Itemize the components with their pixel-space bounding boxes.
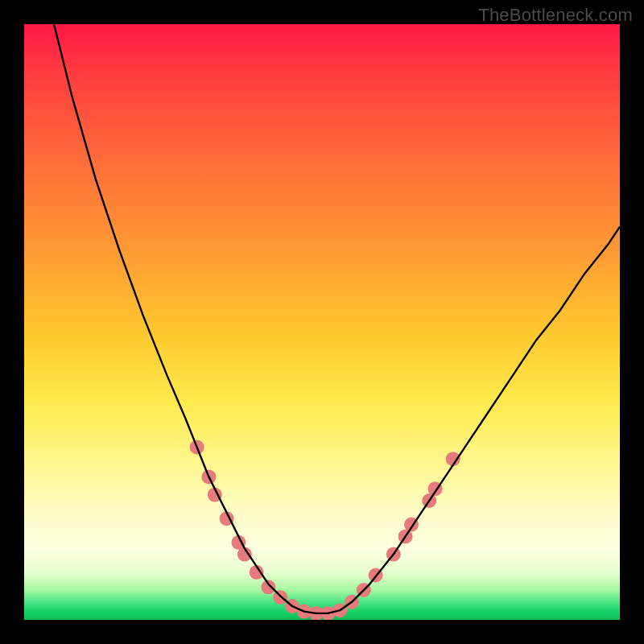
bottleneck-curve [54,24,620,613]
chart-svg [24,24,620,620]
marker-dot [261,580,275,594]
chart-stage: TheBottleneck.com [0,0,644,644]
watermark-text: TheBottleneck.com [478,5,633,26]
marker-layer [190,440,460,620]
plot-area [24,24,620,620]
